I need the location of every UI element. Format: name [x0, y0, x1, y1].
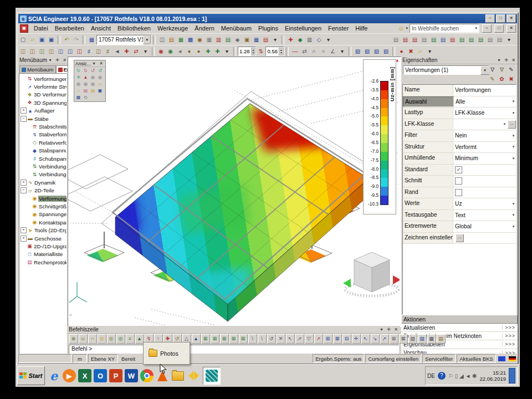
toolbar-icon[interactable]: ▤	[167, 35, 176, 44]
tree-item-2d-teile[interactable]: −▱2D-Teile	[19, 186, 66, 194]
toolbar-icon[interactable]: ⊞	[390, 334, 398, 344]
tree-item-stabverformungen[interactable]: ↯Stabverformungen	[19, 131, 66, 139]
tree-item-kontaktspannungen[interactable]: ◉Kontaktspannungen	[19, 218, 66, 226]
toolbar-icon[interactable]: ▧	[372, 47, 381, 56]
toolbar-icon[interactable]: ↺	[97, 68, 104, 74]
tree-expander[interactable]: +	[21, 108, 27, 114]
toolbar-icon[interactable]: ◇	[315, 35, 324, 44]
toolbar-icon[interactable]: ◎	[107, 334, 116, 344]
toolbar-icon[interactable]: ✎	[488, 75, 497, 84]
toolbar-icon[interactable]: ▧	[353, 47, 362, 56]
toolbar-icon[interactable]: ▦	[252, 35, 261, 44]
tree-expander[interactable]: +	[21, 236, 27, 242]
toolbar-icon[interactable]: ∩	[309, 47, 318, 56]
toolbar-icon[interactable]: ▲	[83, 74, 89, 81]
toolbar-icon[interactable]: ▤	[224, 35, 233, 44]
toolbar-icon[interactable]: ↺	[267, 334, 276, 344]
status-units[interactable]: m	[73, 354, 87, 363]
toolbar-icon[interactable]: ▾	[223, 47, 232, 56]
toolbar-icon[interactable]: ▤	[90, 88, 96, 94]
checkbox[interactable]	[455, 177, 462, 185]
property-value[interactable]: ✓	[453, 165, 516, 176]
menu-einstellungen[interactable]: Einstellungen	[282, 24, 325, 33]
toolbar-icon[interactable]: ∠	[328, 47, 337, 56]
toolbar-icon[interactable]: ↖	[286, 334, 295, 344]
chevron-down-icon[interactable]: ▾	[511, 156, 516, 161]
toolbar-icon[interactable]: ▤	[437, 334, 446, 344]
toolbar-icon[interactable]: ●	[185, 47, 194, 56]
property-label[interactable]: Filter	[403, 130, 453, 141]
property-label[interactable]: Auswahl	[403, 96, 454, 108]
toolbar-icon[interactable]: ▧	[381, 47, 390, 56]
chevron-down-icon[interactable]: ▾	[47, 58, 53, 63]
tree-item-dynamik[interactable]: +∿Dynamik	[19, 178, 66, 186]
property-value[interactable]: ...	[453, 233, 516, 244]
toolbar-icon[interactable]: ▤	[467, 35, 476, 44]
pin-icon[interactable]: ✛	[386, 327, 392, 332]
chevron-down-icon[interactable]: ▾	[496, 58, 502, 63]
toolbar-icon[interactable]: ⇄	[300, 47, 309, 56]
status-cursorfang-einstellen[interactable]: Cursorfang einstellen	[365, 354, 421, 363]
toolbar-icon[interactable]: ▾	[337, 47, 346, 56]
excel-icon[interactable]: X	[78, 369, 91, 382]
toolbar-icon[interactable]: ◫	[75, 47, 84, 56]
property-value[interactable]: Text▾	[453, 210, 516, 221]
toolbar-icon[interactable]: ↶	[63, 35, 71, 44]
toolbar-icon[interactable]: ◎	[90, 81, 96, 88]
status-ergebn-sperre-aus[interactable]: Ergebn.Sperre: aus	[313, 354, 364, 363]
property-label[interactable]: Schnitt	[403, 176, 453, 187]
toolbar-icon[interactable]: ▩	[186, 35, 195, 44]
toolbar-icon[interactable]: ▤	[458, 35, 467, 44]
toolbar-icon[interactable]: ✎	[507, 65, 516, 74]
toolbar-icon[interactable]: ▤	[429, 35, 438, 44]
menu-plugins[interactable]: Plugins	[255, 24, 282, 33]
property-value[interactable]: Alle▾	[454, 96, 516, 108]
checkbox[interactable]	[455, 189, 462, 196]
chevron-down-icon[interactable]: ▾	[475, 26, 477, 30]
close-icon[interactable]: ✕	[62, 58, 68, 63]
show-desktop-widget[interactable]	[509, 368, 515, 383]
toolbar-icon[interactable]: ▤	[448, 35, 457, 44]
toolbar-icon[interactable]: ↖	[361, 334, 370, 344]
toolbar-icon[interactable]: ◫	[28, 47, 37, 56]
toolbar-icon[interactable]: ▤	[401, 35, 410, 44]
scia-engineer-taskbar-icon[interactable]	[203, 367, 221, 385]
3d-viewport[interactable]: Ansic... ▾✕ ↻↻↺↺✛▲◎◎◎◎◎▱○▤▤▣▦◇ -2.6-3.5-…	[68, 57, 401, 327]
action-arrow[interactable]: >>>	[502, 325, 518, 330]
media-player-icon[interactable]: ▶	[63, 369, 76, 382]
toolbar-icon[interactable]: ↘	[371, 334, 380, 344]
toolbar-icon[interactable]: ▣	[97, 88, 104, 94]
status-aktuelles-bks[interactable]: Aktuelles BKS	[457, 354, 496, 363]
property-value[interactable]	[453, 187, 516, 198]
toolbar-icon[interactable]: ⊞	[220, 334, 229, 344]
toolbar-icon[interactable]: ▦	[177, 35, 186, 44]
toolbar-icon[interactable]: ∇	[498, 65, 507, 74]
toolbar-icon[interactable]: ▣	[47, 35, 56, 44]
toolbar-icon[interactable]: ✖	[507, 75, 516, 84]
help-tray-icon[interactable]: ?	[438, 372, 446, 380]
file-explorer-icon[interactable]	[171, 369, 185, 382]
tree-expander[interactable]: +	[21, 180, 27, 186]
toolbar-icon[interactable]: ◫	[158, 35, 167, 44]
restore-button[interactable]: □	[496, 14, 505, 23]
close-button[interactable]: ✕	[507, 14, 516, 23]
toolbar-icon[interactable]: ✛	[75, 74, 82, 81]
toolbar-icon[interactable]: ▣	[38, 35, 47, 44]
menu-werkzeuge[interactable]: Werkzeuge	[154, 24, 191, 33]
toolbar-icon[interactable]: ↺	[90, 68, 96, 74]
property-value[interactable]: ▾...	[453, 119, 516, 130]
toolbar-icon[interactable]: ◉	[157, 47, 166, 56]
tree-item-tools-2d-ergebnisse-[interactable]: +➤Tools (2D-Ergebnisse)	[19, 226, 66, 234]
tray-icons[interactable]: ⚐ ▯ ◢ ◄ ✽	[448, 373, 477, 379]
action-arrow[interactable]: >>>	[502, 333, 518, 339]
citrix-workspace-icon[interactable]	[187, 369, 200, 382]
outlook-icon[interactable]: O	[94, 369, 107, 382]
toolbar-icon[interactable]: ✚	[213, 47, 222, 56]
minimize-button[interactable]: −	[485, 14, 495, 23]
action-arrow[interactable]: >>>	[502, 341, 518, 347]
toolbar-icon[interactable]: ↗	[380, 334, 389, 344]
chevron-down-icon[interactable]: ▾	[511, 134, 516, 138]
scale-spinner-1[interactable]: 1.28 ▲▼	[238, 47, 256, 56]
toolbar-icon[interactable]: ◫	[38, 47, 47, 56]
toolbar-icon[interactable]: ◎	[98, 334, 106, 344]
